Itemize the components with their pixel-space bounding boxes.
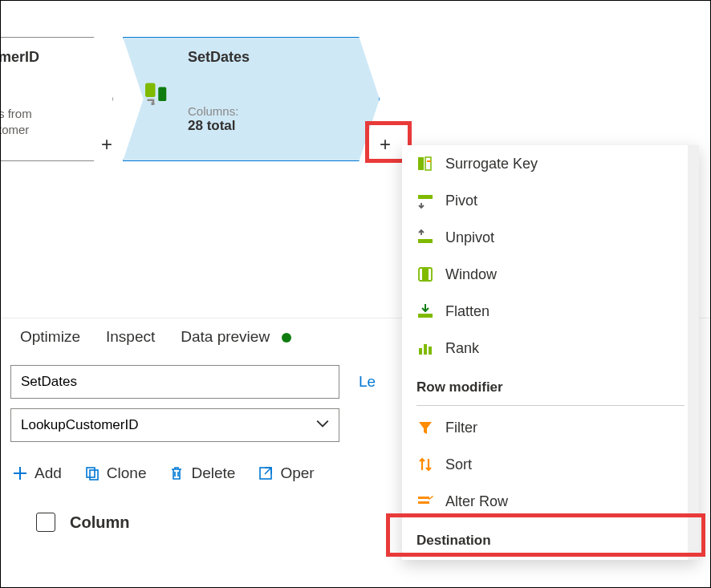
menu-scrollbar[interactable] — [688, 145, 699, 560]
menu-item-rank[interactable]: Rank — [402, 330, 699, 367]
svg-rect-14 — [424, 344, 427, 355]
alter-icon — [416, 493, 434, 510]
svg-rect-15 — [429, 347, 432, 355]
svg-rect-11 — [422, 268, 429, 281]
open-external-icon — [258, 465, 274, 481]
clone-icon — [84, 465, 100, 481]
divider — [416, 405, 685, 406]
add-button[interactable]: Add — [12, 464, 62, 482]
pivot-icon — [416, 192, 434, 209]
tab-optimize[interactable]: Optimize — [20, 328, 80, 346]
menu-item-label: Filter — [445, 420, 477, 436]
preview-status-icon — [282, 333, 291, 343]
column-header-label: Column — [70, 513, 129, 532]
rank-icon — [416, 339, 434, 357]
filter-icon — [416, 419, 434, 436]
svg-rect-7 — [427, 160, 431, 162]
svg-rect-9 — [418, 239, 433, 243]
menu-section-row-modifier: Row modifier — [402, 367, 699, 402]
menu-item-window[interactable]: Window — [402, 256, 699, 293]
incoming-stream-select[interactable] — [10, 408, 339, 442]
columns-label: Columns: — [188, 104, 347, 118]
node-desc: s from tomer — [1, 106, 87, 137]
svg-rect-16 — [418, 497, 429, 499]
stream-name-input[interactable] — [10, 365, 339, 399]
svg-rect-0 — [145, 83, 156, 98]
svg-rect-3 — [90, 470, 98, 480]
menu-item-label: Surrogate Key — [445, 156, 538, 172]
svg-rect-12 — [418, 314, 433, 318]
plus-icon — [12, 465, 28, 481]
select-all-checkbox[interactable] — [36, 513, 55, 532]
surrogate-icon — [416, 155, 434, 172]
menu-item-unpivot[interactable]: Unpivot — [402, 219, 699, 256]
add-step-button-left[interactable]: + — [101, 133, 112, 156]
svg-rect-13 — [419, 348, 422, 355]
node-lookup-customer-id[interactable]: merID s from tomer — [1, 37, 113, 161]
svg-rect-1 — [158, 87, 166, 102]
svg-rect-5 — [418, 157, 424, 170]
menu-item-label: Rank — [445, 340, 479, 357]
menu-item-flatten[interactable]: Flatten — [402, 293, 699, 330]
add-transformation-menu: Surrogate KeyPivotUnpivotWindowFlattenRa… — [402, 145, 699, 560]
svg-rect-17 — [418, 501, 429, 504]
node-title: merID — [1, 49, 87, 66]
menu-item-label: Sort — [445, 456, 472, 473]
sort-icon — [416, 456, 434, 473]
menu-item-label: Window — [445, 266, 497, 283]
menu-item-surrogate-key[interactable]: Surrogate Key — [402, 145, 699, 182]
derived-column-icon — [145, 77, 169, 104]
tab-inspect[interactable]: Inspect — [106, 328, 155, 346]
svg-rect-8 — [418, 195, 433, 199]
menu-item-filter[interactable]: Filter — [402, 409, 699, 446]
open-expression-button[interactable]: Oper — [258, 464, 314, 482]
columns-value: 28 total — [188, 118, 347, 134]
menu-item-label: Flatten — [445, 303, 490, 320]
window-icon — [416, 266, 434, 283]
svg-rect-2 — [87, 468, 95, 477]
delete-button[interactable]: Delete — [169, 464, 235, 482]
menu-item-alter-row[interactable]: Alter Row — [402, 483, 699, 520]
menu-item-pivot[interactable]: Pivot — [402, 182, 699, 219]
clone-button[interactable]: Clone — [84, 464, 147, 482]
flatten-icon — [416, 302, 434, 320]
unpivot-icon — [416, 229, 434, 246]
add-step-button-right[interactable]: + — [380, 133, 391, 156]
menu-item-label: Alter Row — [445, 493, 508, 510]
node-title: SetDates — [188, 49, 347, 66]
menu-item-label: Pivot — [445, 193, 477, 209]
svg-rect-6 — [425, 157, 431, 170]
menu-item-label: Unpivot — [445, 229, 494, 246]
menu-section-destination: Destination — [402, 520, 699, 555]
learn-more-link[interactable]: Le — [359, 373, 376, 391]
trash-icon — [169, 465, 185, 481]
menu-item-sort[interactable]: Sort — [402, 446, 699, 483]
tab-data-preview[interactable]: Data preview — [181, 328, 291, 346]
